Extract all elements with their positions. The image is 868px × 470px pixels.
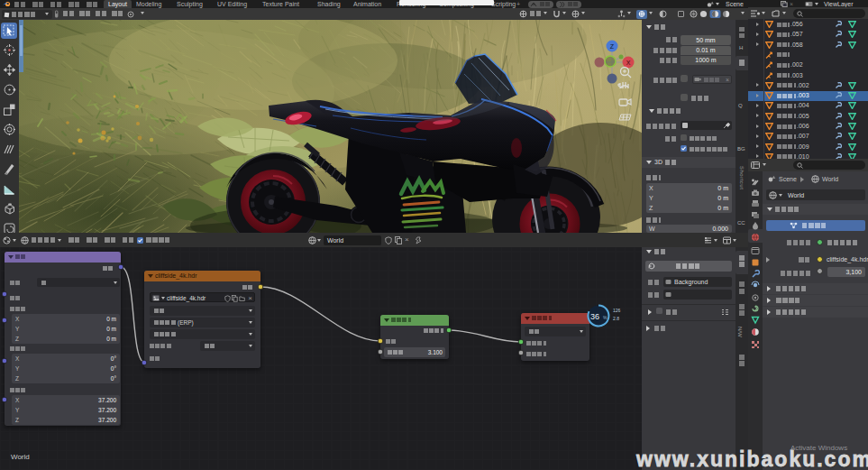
svg-text:X: X <box>626 60 631 66</box>
svg-text:2.8: 2.8 <box>613 316 619 321</box>
svg-text:%: % <box>603 315 608 320</box>
svg-text:36: 36 <box>590 312 599 321</box>
svg-text:Z: Z <box>610 43 615 50</box>
svg-text:126: 126 <box>613 308 621 313</box>
